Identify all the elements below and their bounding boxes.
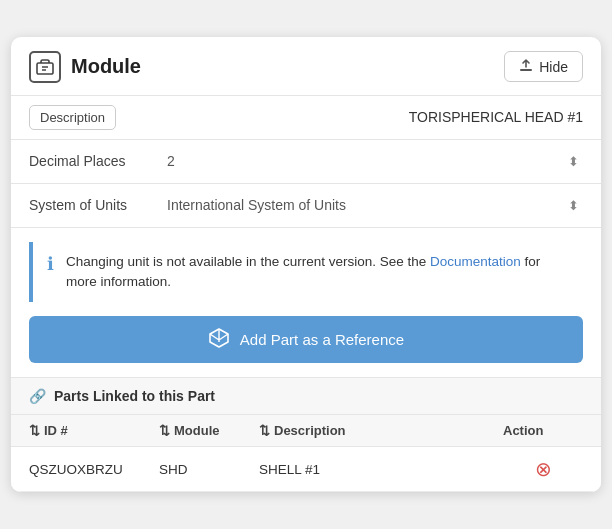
panel-title: Module	[71, 55, 141, 78]
units-select-wrapper[interactable]: International System of Units Imperial U…	[159, 197, 583, 213]
add-part-label: Add Part as a Reference	[240, 331, 404, 348]
decimal-select-wrapper[interactable]: 2 0 1 3 4 ⬍	[159, 153, 583, 169]
svg-rect-0	[37, 63, 53, 74]
sort-id-icon[interactable]: ⇅	[29, 423, 40, 438]
description-value: TORISPHERICAL HEAD #1	[116, 109, 583, 125]
parts-section: 🔗 Parts Linked to this Part ⇅ ID # ⇅ Mod…	[11, 377, 601, 492]
decimal-label: Decimal Places	[29, 153, 159, 169]
decimal-row: Decimal Places 2 0 1 3 4 ⬍	[11, 140, 601, 184]
hide-button[interactable]: Hide	[504, 51, 583, 82]
sort-description-icon[interactable]: ⇅	[259, 423, 270, 438]
remove-row-button[interactable]: ⊗	[535, 459, 552, 479]
row-description: SHELL #1	[259, 462, 503, 477]
info-icon: ℹ	[47, 253, 54, 293]
row-id: QSZUOXBRZU	[29, 462, 159, 477]
info-box: ℹ Changing unit is not available in the …	[29, 242, 583, 303]
col-module: ⇅ Module	[159, 423, 259, 438]
remove-circle-icon: ⊗	[535, 458, 552, 480]
row-action: ⊗	[503, 459, 583, 479]
sort-module-icon[interactable]: ⇅	[159, 423, 170, 438]
description-label: Description	[29, 105, 116, 130]
info-text: Changing unit is not available in the cu…	[66, 252, 569, 293]
units-label: System of Units	[29, 197, 159, 213]
info-text-before: Changing unit is not available in the cu…	[66, 254, 426, 269]
parts-section-header: 🔗 Parts Linked to this Part	[11, 378, 601, 415]
cube-icon	[208, 327, 230, 352]
module-icon	[29, 51, 61, 83]
documentation-link[interactable]: Documentation	[430, 254, 521, 269]
col-action: Action	[503, 423, 583, 438]
decimal-select[interactable]: 2 0 1 3 4	[159, 153, 583, 169]
panel-header: Module Hide	[11, 37, 601, 96]
add-part-button[interactable]: Add Part as a Reference	[29, 316, 583, 363]
svg-rect-3	[520, 69, 532, 71]
row-module: SHD	[159, 462, 259, 477]
table-row: QSZUOXBRZU SHD SHELL #1 ⊗	[11, 447, 601, 492]
description-row: Description TORISPHERICAL HEAD #1	[11, 96, 601, 140]
col-description: ⇅ Description	[259, 423, 503, 438]
hide-label: Hide	[539, 59, 568, 75]
col-id: ⇅ ID #	[29, 423, 159, 438]
units-select[interactable]: International System of Units Imperial U…	[159, 197, 583, 213]
units-row: System of Units International System of …	[11, 184, 601, 228]
table-header: ⇅ ID # ⇅ Module ⇅ Description Action	[11, 415, 601, 447]
link-icon: 🔗	[29, 388, 46, 404]
module-panel: Module Hide Description TORISPHERICAL HE…	[11, 37, 601, 493]
header-left: Module	[29, 51, 141, 83]
upload-icon	[519, 58, 533, 75]
parts-header-label: Parts Linked to this Part	[54, 388, 215, 404]
